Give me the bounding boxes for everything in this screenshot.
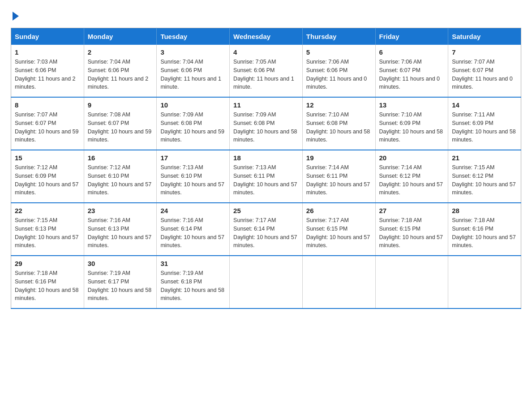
- day-number: 12: [306, 101, 372, 109]
- logo-arrow-icon: [13, 12, 19, 21]
- day-number: 11: [233, 101, 299, 109]
- day-number: 28: [452, 207, 517, 214]
- calendar-week-row: 15 Sunrise: 7:12 AM Sunset: 6:09 PM Dayl…: [11, 150, 521, 203]
- day-info: Sunrise: 7:14 AM Sunset: 6:12 PM Dayligh…: [379, 163, 445, 197]
- day-number: 7: [452, 48, 517, 56]
- day-info: Sunrise: 7:10 AM Sunset: 6:09 PM Dayligh…: [379, 111, 445, 144]
- calendar-cell: 1 Sunrise: 7:03 AM Sunset: 6:06 PM Dayli…: [11, 45, 84, 97]
- day-number: 2: [88, 48, 153, 56]
- calendar-cell: 20 Sunrise: 7:14 AM Sunset: 6:12 PM Dayl…: [375, 150, 448, 203]
- day-info: Sunrise: 7:16 AM Sunset: 6:14 PM Dayligh…: [160, 216, 226, 250]
- weekday-header-sunday: Sunday: [11, 28, 84, 45]
- day-info: Sunrise: 7:05 AM Sunset: 6:06 PM Dayligh…: [233, 58, 299, 91]
- calendar-cell: 30 Sunrise: 7:19 AM Sunset: 6:17 PM Dayl…: [84, 256, 157, 308]
- calendar-cell: 5 Sunrise: 7:06 AM Sunset: 6:06 PM Dayli…: [302, 45, 375, 97]
- day-info: Sunrise: 7:12 AM Sunset: 6:09 PM Dayligh…: [15, 163, 80, 197]
- calendar-week-row: 29 Sunrise: 7:18 AM Sunset: 6:16 PM Dayl…: [11, 256, 521, 308]
- calendar-cell: 6 Sunrise: 7:06 AM Sunset: 6:07 PM Dayli…: [375, 45, 448, 97]
- calendar-cell: 26 Sunrise: 7:17 AM Sunset: 6:15 PM Dayl…: [302, 203, 375, 256]
- day-info: Sunrise: 7:15 AM Sunset: 6:12 PM Dayligh…: [452, 163, 517, 197]
- calendar-week-row: 1 Sunrise: 7:03 AM Sunset: 6:06 PM Dayli…: [11, 45, 521, 97]
- weekday-header-tuesday: Tuesday: [157, 28, 230, 45]
- day-info: Sunrise: 7:13 AM Sunset: 6:11 PM Dayligh…: [233, 163, 299, 197]
- day-info: Sunrise: 7:03 AM Sunset: 6:06 PM Dayligh…: [15, 58, 80, 91]
- day-number: 15: [15, 154, 80, 162]
- day-info: Sunrise: 7:09 AM Sunset: 6:08 PM Dayligh…: [233, 111, 299, 144]
- day-info: Sunrise: 7:19 AM Sunset: 6:17 PM Dayligh…: [88, 269, 153, 303]
- day-info: Sunrise: 7:18 AM Sunset: 6:15 PM Dayligh…: [379, 216, 445, 250]
- day-number: 9: [88, 101, 153, 109]
- day-number: 26: [306, 207, 372, 214]
- calendar-cell: 23 Sunrise: 7:16 AM Sunset: 6:13 PM Dayl…: [84, 203, 157, 256]
- day-number: 13: [379, 101, 445, 109]
- day-info: Sunrise: 7:11 AM Sunset: 6:09 PM Dayligh…: [452, 111, 517, 144]
- calendar-cell: 7 Sunrise: 7:07 AM Sunset: 6:07 PM Dayli…: [448, 45, 521, 97]
- day-info: Sunrise: 7:04 AM Sunset: 6:06 PM Dayligh…: [88, 58, 153, 91]
- day-number: 23: [88, 207, 153, 214]
- day-number: 10: [160, 101, 226, 109]
- day-info: Sunrise: 7:18 AM Sunset: 6:16 PM Dayligh…: [452, 216, 517, 250]
- day-info: Sunrise: 7:09 AM Sunset: 6:08 PM Dayligh…: [160, 111, 226, 144]
- calendar-cell: 18 Sunrise: 7:13 AM Sunset: 6:11 PM Dayl…: [230, 150, 303, 203]
- page-header: [11, 11, 521, 21]
- weekday-header-monday: Monday: [84, 28, 157, 45]
- day-info: Sunrise: 7:10 AM Sunset: 6:08 PM Dayligh…: [306, 111, 372, 144]
- day-number: 21: [452, 154, 517, 162]
- day-info: Sunrise: 7:13 AM Sunset: 6:10 PM Dayligh…: [160, 163, 226, 197]
- calendar-week-row: 22 Sunrise: 7:15 AM Sunset: 6:13 PM Dayl…: [11, 203, 521, 256]
- day-number: 25: [233, 207, 299, 214]
- calendar-cell: 19 Sunrise: 7:14 AM Sunset: 6:11 PM Dayl…: [302, 150, 375, 203]
- calendar-week-row: 8 Sunrise: 7:07 AM Sunset: 6:07 PM Dayli…: [11, 97, 521, 150]
- calendar-table: SundayMondayTuesdayWednesdayThursdayFrid…: [11, 28, 521, 309]
- day-info: Sunrise: 7:17 AM Sunset: 6:15 PM Dayligh…: [306, 216, 372, 250]
- calendar-cell: 4 Sunrise: 7:05 AM Sunset: 6:06 PM Dayli…: [230, 45, 303, 97]
- day-number: 4: [233, 48, 299, 56]
- calendar-cell: 25 Sunrise: 7:17 AM Sunset: 6:14 PM Dayl…: [230, 203, 303, 256]
- calendar-cell: 14 Sunrise: 7:11 AM Sunset: 6:09 PM Dayl…: [448, 97, 521, 150]
- calendar-cell: [375, 256, 448, 308]
- day-number: 5: [306, 48, 372, 56]
- day-info: Sunrise: 7:16 AM Sunset: 6:13 PM Dayligh…: [88, 216, 153, 250]
- day-info: Sunrise: 7:06 AM Sunset: 6:06 PM Dayligh…: [306, 58, 372, 91]
- day-info: Sunrise: 7:14 AM Sunset: 6:11 PM Dayligh…: [306, 163, 372, 197]
- day-number: 1: [15, 48, 80, 56]
- day-info: Sunrise: 7:06 AM Sunset: 6:07 PM Dayligh…: [379, 58, 445, 91]
- calendar-cell: 3 Sunrise: 7:04 AM Sunset: 6:06 PM Dayli…: [157, 45, 230, 97]
- day-info: Sunrise: 7:04 AM Sunset: 6:06 PM Dayligh…: [160, 58, 226, 91]
- weekday-header-wednesday: Wednesday: [230, 28, 303, 45]
- calendar-cell: 13 Sunrise: 7:10 AM Sunset: 6:09 PM Dayl…: [375, 97, 448, 150]
- calendar-cell: [302, 256, 375, 308]
- day-info: Sunrise: 7:15 AM Sunset: 6:13 PM Dayligh…: [15, 216, 80, 250]
- calendar-cell: [230, 256, 303, 308]
- calendar-cell: 29 Sunrise: 7:18 AM Sunset: 6:16 PM Dayl…: [11, 256, 84, 308]
- day-info: Sunrise: 7:07 AM Sunset: 6:07 PM Dayligh…: [15, 111, 80, 144]
- day-info: Sunrise: 7:12 AM Sunset: 6:10 PM Dayligh…: [88, 163, 153, 197]
- calendar-cell: 12 Sunrise: 7:10 AM Sunset: 6:08 PM Dayl…: [302, 97, 375, 150]
- day-number: 31: [160, 260, 226, 267]
- calendar-cell: 27 Sunrise: 7:18 AM Sunset: 6:15 PM Dayl…: [375, 203, 448, 256]
- calendar-cell: 24 Sunrise: 7:16 AM Sunset: 6:14 PM Dayl…: [157, 203, 230, 256]
- day-number: 14: [452, 101, 517, 109]
- day-number: 19: [306, 154, 372, 162]
- day-number: 27: [379, 207, 445, 214]
- day-number: 16: [88, 154, 153, 162]
- day-info: Sunrise: 7:19 AM Sunset: 6:18 PM Dayligh…: [160, 269, 226, 303]
- calendar-cell: 21 Sunrise: 7:15 AM Sunset: 6:12 PM Dayl…: [448, 150, 521, 203]
- calendar-cell: 31 Sunrise: 7:19 AM Sunset: 6:18 PM Dayl…: [157, 256, 230, 308]
- weekday-header-thursday: Thursday: [302, 28, 375, 45]
- calendar-cell: 8 Sunrise: 7:07 AM Sunset: 6:07 PM Dayli…: [11, 97, 84, 150]
- day-info: Sunrise: 7:08 AM Sunset: 6:07 PM Dayligh…: [88, 111, 153, 144]
- weekday-header-friday: Friday: [375, 28, 448, 45]
- day-number: 6: [379, 48, 445, 56]
- calendar-cell: 9 Sunrise: 7:08 AM Sunset: 6:07 PM Dayli…: [84, 97, 157, 150]
- weekday-header-saturday: Saturday: [448, 28, 521, 45]
- calendar-cell: 28 Sunrise: 7:18 AM Sunset: 6:16 PM Dayl…: [448, 203, 521, 256]
- day-info: Sunrise: 7:18 AM Sunset: 6:16 PM Dayligh…: [15, 269, 80, 303]
- logo: [11, 11, 19, 21]
- day-number: 22: [15, 207, 80, 214]
- calendar-cell: 2 Sunrise: 7:04 AM Sunset: 6:06 PM Dayli…: [84, 45, 157, 97]
- day-number: 29: [15, 260, 80, 267]
- day-number: 18: [233, 154, 299, 162]
- weekday-header-row: SundayMondayTuesdayWednesdayThursdayFrid…: [11, 28, 521, 45]
- calendar-cell: 22 Sunrise: 7:15 AM Sunset: 6:13 PM Dayl…: [11, 203, 84, 256]
